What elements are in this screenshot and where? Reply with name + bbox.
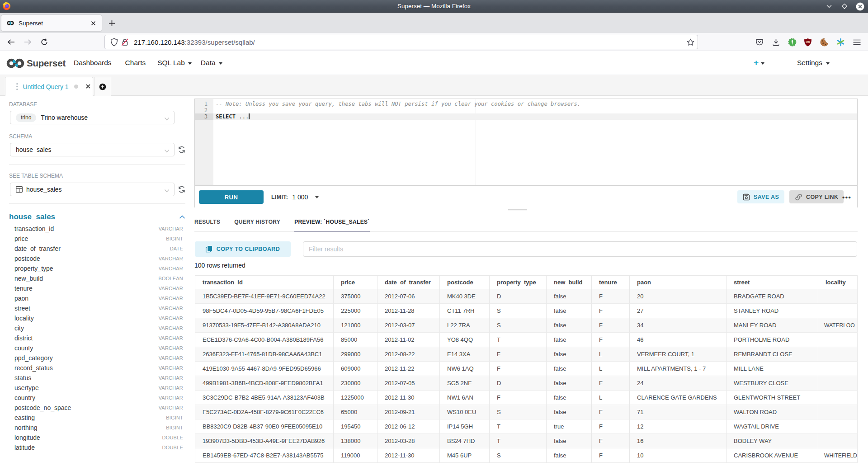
table-row[interactable]: 98F5DC47-0D05-4D59-95B7-98CA6F1FDE052250… <box>195 304 858 318</box>
schema-column-row[interactable]: longitudeDOUBLE <box>14 433 183 443</box>
cookie-icon[interactable] <box>817 35 831 49</box>
column-header[interactable]: date_of_transfer <box>377 275 439 289</box>
back-icon[interactable] <box>4 35 18 49</box>
column-header[interactable]: price <box>333 275 377 289</box>
copy-link-button[interactable]: COPY LINK <box>789 190 844 203</box>
nav-item-charts[interactable]: Charts <box>125 59 146 67</box>
column-header[interactable]: postcode <box>439 275 489 289</box>
column-header[interactable]: locality <box>818 275 858 289</box>
schema-column-row[interactable]: tenureVARCHAR <box>14 283 183 293</box>
column-header[interactable]: paon <box>629 275 726 289</box>
results-tab-results[interactable]: RESULTS <box>194 212 220 231</box>
save-as-button[interactable]: SAVE AS <box>737 190 784 203</box>
copy-to-clipboard-button[interactable]: COPY TO CLIPBOARD <box>195 241 291 257</box>
collapse-chevron-icon[interactable] <box>179 213 185 221</box>
schema-select[interactable]: house_sales <box>10 143 175 156</box>
schema-column-row[interactable]: latitudeDOUBLE <box>14 443 183 452</box>
add-button[interactable]: + <box>754 58 759 68</box>
close-icon[interactable] <box>855 2 864 11</box>
schema-column-row[interactable]: ppd_categoryVARCHAR <box>14 353 183 363</box>
download-icon[interactable] <box>769 35 783 49</box>
add-caret-icon[interactable] <box>761 62 764 65</box>
schema-column-row[interactable]: new_buildBOOLEAN <box>14 273 183 283</box>
schema-column-row[interactable]: northingBIGINT <box>14 423 183 433</box>
bookmark-star-icon[interactable] <box>684 36 697 48</box>
refresh-table-icon[interactable] <box>178 185 186 193</box>
insecure-lock-icon[interactable] <box>119 37 130 47</box>
nav-item-dashboards[interactable]: Dashboards <box>74 59 112 67</box>
add-query-tab-button[interactable] <box>94 77 111 96</box>
schema-column-row[interactable]: usertypeVARCHAR <box>14 383 183 393</box>
query-tab-close-icon[interactable] <box>85 83 91 90</box>
run-button[interactable]: RUN <box>199 190 264 204</box>
schema-column-row[interactable]: transaction_idVARCHAR <box>14 224 183 234</box>
refresh-schema-icon[interactable] <box>178 146 186 154</box>
database-select[interactable]: trino Trino warehouse <box>10 111 175 124</box>
table-schema-heading[interactable]: house_sales <box>9 212 179 221</box>
superset-brand[interactable]: Superset <box>6 54 66 72</box>
column-header[interactable]: tenure <box>591 275 629 289</box>
limit-dropdown[interactable]: LIMIT: 1 000 <box>271 190 319 204</box>
schema-column-row[interactable]: postcodeVARCHAR <box>14 254 183 264</box>
shield-icon[interactable] <box>108 37 119 47</box>
sql-editor[interactable]: 123 -- Note: Unless you save your query,… <box>195 99 857 185</box>
table-row[interactable]: 2636F323-FF41-4765-81DB-98CAA6A43BC12990… <box>195 347 858 362</box>
table-row[interactable]: 193907D3-5DBD-453D-A49E-9FEE27DAB9261380… <box>195 434 858 448</box>
pocket-icon[interactable] <box>752 35 767 49</box>
table-row[interactable]: 3C3C29DC-B7B2-4BE5-914A-A38123AF403B1225… <box>195 391 858 405</box>
table-row[interactable]: 91370533-19F5-47FE-B142-A380A8ADA2101210… <box>195 318 858 333</box>
multi-account-icon[interactable] <box>833 35 848 49</box>
new-tab-button[interactable] <box>105 16 118 30</box>
table-row[interactable]: ECE1D376-C9A6-4C00-B004-A380B189FA568500… <box>195 333 858 347</box>
url-bar[interactable]: 217.160.120.143:32393/superset/sqllab/ <box>104 35 698 49</box>
column-header[interactable]: property_type <box>489 275 546 289</box>
copy-link-label: COPY LINK <box>806 194 838 200</box>
schema-column-row[interactable]: date_of_transferDATE <box>14 244 183 254</box>
results-tab-preview-house-sales[interactable]: PREVIEW: `HOUSE_SALES` <box>294 212 369 231</box>
query-tab[interactable]: Untitled Query 1 <box>5 77 93 96</box>
filter-results-input[interactable] <box>303 241 857 257</box>
column-header[interactable]: transaction_id <box>195 275 333 289</box>
pane-resizer-handle[interactable] <box>508 209 527 212</box>
schema-column-row[interactable]: cityVARCHAR <box>14 323 183 333</box>
schema-column-row[interactable]: postcode_no_spaceVARCHAR <box>14 403 183 413</box>
table-select[interactable]: house_sales <box>10 183 175 196</box>
table-row[interactable]: 499B1981-3B6B-4BCD-808F-9FED9802BFA12300… <box>195 376 858 391</box>
column-type: BIGINT <box>166 236 183 241</box>
table-row[interactable]: 1B5C39ED-BE7F-41EF-9E71-9C60EED74A223750… <box>195 289 858 304</box>
schema-column-row[interactable]: streetVARCHAR <box>14 303 183 313</box>
schema-column-row[interactable]: countyVARCHAR <box>14 343 183 353</box>
browser-tab[interactable]: Superset <box>1 15 102 31</box>
table-row[interactable]: 419E1030-9A55-4467-8DA9-9FED95D659666090… <box>195 362 858 376</box>
table-row[interactable]: BB8320C9-D82B-4B37-90E0-9FEE05095E101954… <box>195 419 858 434</box>
query-tab-label[interactable]: Untitled Query 1 <box>23 83 69 90</box>
schema-column-row[interactable]: statusVARCHAR <box>14 373 183 383</box>
drag-handle-icon[interactable] <box>16 83 18 90</box>
results-tab-query-history[interactable]: QUERY HISTORY <box>234 212 280 231</box>
schema-column-row[interactable]: record_statusVARCHAR <box>14 363 183 373</box>
schema-column-row[interactable]: localityVARCHAR <box>14 313 183 323</box>
ublock-icon[interactable]: UO <box>801 35 815 49</box>
schema-column-row[interactable]: property_typeVARCHAR <box>14 264 183 273</box>
menu-icon[interactable] <box>849 35 864 49</box>
more-actions-button[interactable]: ••• <box>842 190 851 204</box>
column-header[interactable]: new_build <box>546 275 591 289</box>
settings-menu[interactable]: Settings <box>797 59 822 67</box>
schema-column-row[interactable]: priceBIGINT <box>14 234 183 244</box>
forward-icon[interactable] <box>20 35 35 49</box>
minimize-icon[interactable] <box>825 2 834 11</box>
table-row[interactable]: F5C273AC-0D2A-458F-8279-9C61F0C22EC66500… <box>195 405 858 419</box>
table-row[interactable]: EB1459EB-67ED-47C8-B2E7-A38143AB55751190… <box>195 448 858 463</box>
reload-icon[interactable] <box>37 35 52 49</box>
nav-item-data[interactable]: Data <box>201 59 222 67</box>
url-text[interactable]: 217.160.120.143:32393/superset/sqllab/ <box>134 38 684 46</box>
schema-column-row[interactable]: paonVARCHAR <box>14 293 183 303</box>
column-header[interactable]: street <box>726 275 818 289</box>
privacy-badger-icon[interactable] <box>785 35 799 49</box>
schema-column-row[interactable]: eastingBIGINT <box>14 413 183 423</box>
nav-item-sql-lab[interactable]: SQL Lab <box>157 59 192 67</box>
schema-column-row[interactable]: countryVARCHAR <box>14 393 183 403</box>
schema-column-row[interactable]: districtVARCHAR <box>14 333 183 343</box>
tab-close-icon[interactable] <box>88 18 98 28</box>
maximize-icon[interactable] <box>840 2 849 11</box>
